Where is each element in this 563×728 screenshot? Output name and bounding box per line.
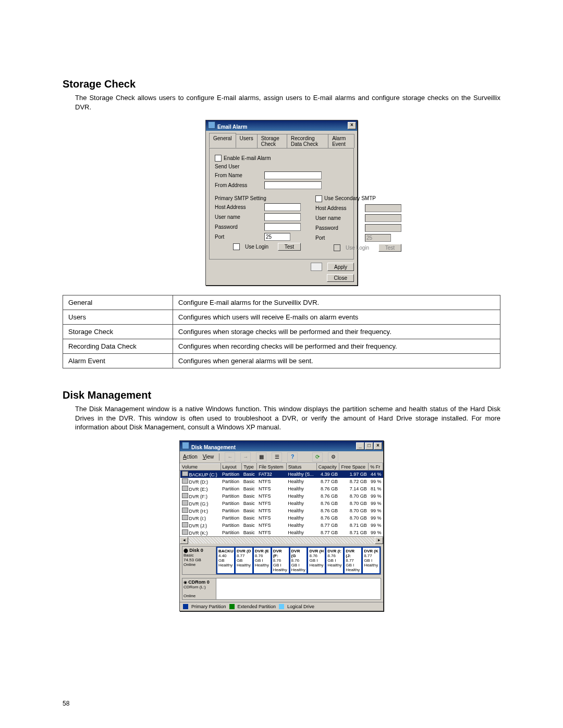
partition[interactable]: DVR (D8.77 GBHealthy [235,547,253,574]
definition-row: Recording Data CheckConfigures when reco… [63,339,500,354]
column-header[interactable]: Status [286,463,316,470]
tab-storage-check[interactable]: Storage Check [257,134,287,148]
drive-icon [182,478,188,484]
dm-close-icon[interactable]: × [374,442,382,450]
volume-row[interactable]: DVR (F:)PartitionBasicNTFSHealthy8.76 GB… [180,492,383,500]
help-icon[interactable]: ? [287,452,298,462]
close-button[interactable]: Close [327,274,354,282]
dm-title: Disk Management [191,445,236,450]
send-user-label: Send User [215,164,264,169]
volume-row[interactable]: DVR (G:)PartitionBasicNTFSHealthy8.76 GB… [180,500,383,507]
disk-management-heading: Disk Management [63,389,500,401]
drive-icon [182,486,188,491]
volume-row[interactable]: DVR (H:)PartitionBasicNTFSHealthy8.76 GB… [180,507,383,514]
cdrom-header: ◉ CDRom 0 CDRom (L:) Online [182,578,216,599]
app-icon [208,121,215,129]
primary-pass-input[interactable] [264,223,301,231]
list-icon[interactable]: ☰ [272,452,282,462]
volume-row[interactable]: DVR (J:)PartitionBasicNTFSHealthy8.77 GB… [180,522,383,529]
column-header[interactable]: Type [242,463,257,470]
close-icon[interactable]: × [348,122,356,129]
grid-icon[interactable]: ▦ [256,452,266,462]
primary-use-login-checkbox[interactable] [233,243,240,250]
drive-icon [182,529,188,535]
volume-row[interactable]: DVR (I:)PartitionBasicNTFSHealthy8.76 GB… [180,514,383,522]
partition[interactable]: DVR (K8.77 GB IHealthy [362,547,381,574]
definition-row: Alarm EventConfigures when general alarm… [63,354,500,368]
secondary-host-label: Host Address [315,205,365,211]
primary-host-input[interactable] [264,203,301,211]
column-header[interactable]: File System [257,463,286,470]
menu-view[interactable]: View [203,454,214,460]
from-address-input[interactable] [264,181,322,189]
volume-table[interactable]: VolumeLayoutTypeFile SystemStatusCapacit… [180,463,383,536]
column-header[interactable]: Layout [221,463,242,470]
partition[interactable]: DVR (E8.76 GB IHealthy [253,547,271,574]
use-secondary-label: Use Secondary SMTP [324,195,376,201]
properties-icon[interactable]: ⚙ [328,452,338,462]
dm-titlebar[interactable]: Disk Management _ □ × [180,441,383,451]
volume-row[interactable]: DVR (E:)PartitionBasicNTFSHealthy8.76 GB… [180,485,383,492]
minimize-icon[interactable]: _ [356,442,364,450]
keyboard-icon[interactable] [311,263,322,271]
dialog-titlebar[interactable]: Email Alarm × [206,120,357,131]
tab-users[interactable]: Users [236,134,258,148]
drive-icon [182,500,188,505]
volume-row[interactable]: DVR (D:)PartitionBasicNTFSHealthy8.77 GB… [180,478,383,485]
logical-swatch-icon [279,604,284,609]
column-header[interactable]: Free Space [339,463,369,470]
back-icon: ← [225,452,235,462]
primary-test-button[interactable]: Test [278,243,301,251]
disk-0-row[interactable]: ⬤ Disk 0 Basic 74.53 GB Online BACKU4.40… [182,546,381,575]
horizontal-scrollbar[interactable]: ◂ ▸ [180,536,383,544]
primary-port-input[interactable]: 25 [264,233,290,241]
dialog-title: Email Alarm [217,124,247,130]
maximize-icon[interactable]: □ [365,442,373,450]
partition[interactable]: DVR (I:8.76 GB IHealthy [325,547,344,574]
from-name-input[interactable] [264,171,322,179]
primary-smtp-heading: Primary SMTP Setting [215,195,301,201]
secondary-use-login-label: Use Login [346,245,369,251]
tab-recording-data-check[interactable]: Recording Data Check [287,134,328,148]
secondary-host-input [365,204,401,212]
use-secondary-checkbox[interactable] [315,195,322,202]
definition-term: Storage Check [63,325,173,339]
secondary-pass-input [365,224,401,232]
apply-button[interactable]: Apply [327,263,354,271]
email-alarm-dialog: Email Alarm × General Users Storage Chec… [205,120,358,286]
partition[interactable]: BACKU4.40 GBHealthy [216,547,235,574]
drive-icon [182,471,188,476]
definitions-table: GeneralConfigure E-mail alarms for the S… [63,295,500,368]
page-number: 58 [63,700,69,707]
scroll-right-icon[interactable]: ▸ [375,537,383,544]
primary-user-input[interactable] [264,213,301,221]
storage-check-intro: The Storage Check allows users to config… [75,93,500,112]
tab-general[interactable]: General [209,133,236,148]
volume-row[interactable]: DVR (K:)PartitionBasicNTFSHealthy8.77 GB… [180,529,383,536]
partition[interactable]: DVR (G8.76 GB IHealthy [289,547,308,574]
secondary-port-input: 25 [365,234,391,242]
scroll-left-icon[interactable]: ◂ [180,537,188,544]
column-header[interactable]: % Fr [369,463,383,470]
refresh-icon[interactable]: ⟳ [312,452,323,462]
primary-swatch-icon [183,604,188,609]
definition-term: General [63,295,173,310]
partition[interactable]: DVR (H8.76 GB IHealthy [307,547,325,574]
volume-row[interactable]: BACKUP (C:)PartitionBasicFAT32Healthy (S… [180,470,383,478]
enable-email-checkbox[interactable] [215,155,222,162]
definition-term: Users [63,310,173,325]
cdrom-row[interactable]: ◉ CDRom 0 CDRom (L:) Online [182,578,381,600]
secondary-user-label: User name [315,215,365,221]
tab-alarm-event[interactable]: Alarm Event [328,134,354,148]
scroll-track[interactable] [188,537,375,544]
column-header[interactable]: Capacity [316,463,339,470]
column-header[interactable]: Volume [180,463,221,470]
from-name-label: From Name [215,172,264,178]
disk-management-intro: The Disk Management window is a native W… [75,404,500,432]
partition[interactable]: DVR (J:8.77 GB IHealthy [344,547,362,574]
partition[interactable]: DVR (F:8.76 GB IHealthy [271,547,289,574]
menu-action[interactable]: Action [183,454,198,460]
drive-icon [182,522,188,527]
secondary-use-login-checkbox [334,244,340,251]
secondary-pass-label: Password [315,225,365,231]
